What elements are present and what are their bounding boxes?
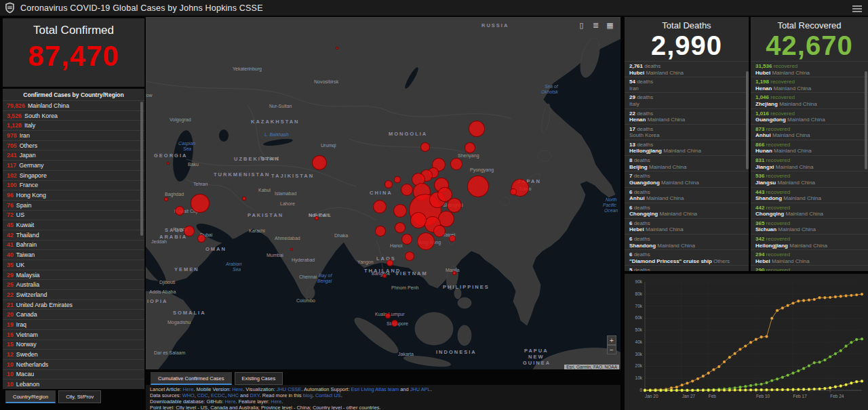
country-row[interactable]: 15Norway xyxy=(3,340,144,350)
footer-link[interactable]: ECDC xyxy=(211,392,225,398)
case-bubble[interactable] xyxy=(465,142,475,153)
case-bubble[interactable] xyxy=(382,274,387,278)
case-bubble[interactable] xyxy=(312,155,327,170)
country-row[interactable]: 3,526South Korea xyxy=(3,110,144,121)
case-bubble[interactable] xyxy=(410,212,427,228)
country-row[interactable]: 10Macau xyxy=(3,369,144,380)
recovered-row[interactable]: 31,536 recoveredHubei Mainland China xyxy=(751,61,868,77)
case-bubble[interactable] xyxy=(449,235,456,242)
case-bubble[interactable] xyxy=(385,313,391,319)
country-row[interactable]: 1,128Italy xyxy=(3,120,144,130)
tab-city-st-prov[interactable]: City, St/Prov xyxy=(58,390,101,403)
basemap-icon[interactable]: ▦ xyxy=(605,20,615,30)
recovered-row[interactable]: 536 recoveredJiangsu Mainland China xyxy=(751,171,868,186)
country-row[interactable]: 20Canada xyxy=(3,309,144,319)
footer-link[interactable]: Here xyxy=(271,398,281,405)
case-bubble[interactable] xyxy=(401,234,412,245)
footer-link[interactable]: Contact US xyxy=(315,392,341,398)
timeline-chart[interactable]: 010k20k30k40k50k60k70k80k90kJan 20Jan 27… xyxy=(625,274,868,410)
case-bubble[interactable] xyxy=(469,121,485,137)
recovered-row[interactable]: 873 recoveredAnhui Mainland China xyxy=(751,124,868,140)
country-row[interactable]: 12Sweden xyxy=(3,349,144,359)
recovered-row[interactable]: 294 recoveredHebei Mainland China xyxy=(751,249,868,265)
death-row[interactable]: 6 deathsChongqing Mainland China xyxy=(625,203,749,218)
tab-country-region[interactable]: Country/Region xyxy=(5,390,56,403)
recovered-row[interactable]: 442 recoveredChongqing Mainland China xyxy=(751,203,868,218)
death-row[interactable]: 8 deathsBeijing Mainland China xyxy=(625,155,749,171)
case-bubble[interactable] xyxy=(191,194,210,213)
case-bubble[interactable] xyxy=(394,176,401,183)
case-bubble[interactable] xyxy=(391,320,398,327)
menu-icon[interactable] xyxy=(852,4,862,14)
case-bubble[interactable] xyxy=(375,226,386,237)
country-row[interactable]: 35UK xyxy=(3,260,144,270)
recovered-row[interactable]: 290 recoveredShanghai Mainland China xyxy=(751,265,868,271)
country-row[interactable]: 102Singapore xyxy=(3,170,144,180)
country-row[interactable]: 25Australia xyxy=(3,279,144,289)
death-row[interactable]: 13 deathsHeilongjiang Mainland China xyxy=(625,140,749,155)
country-list-scrollbar[interactable] xyxy=(140,102,143,236)
case-bubble[interactable] xyxy=(447,198,462,213)
death-row[interactable]: 6 deathsShandong Mainland China xyxy=(625,234,749,249)
recovered-row[interactable]: 1,016 recoveredGuangdong Mainland China xyxy=(751,108,868,124)
recovered-row[interactable]: 831 recoveredJiangxi Mainland China xyxy=(751,155,868,171)
country-row[interactable]: 10Lebanon xyxy=(3,379,144,389)
case-bubble[interactable] xyxy=(373,200,387,213)
zoom-in-button[interactable]: + xyxy=(607,335,616,345)
country-row[interactable]: 29Malaysia xyxy=(3,270,144,280)
country-row[interactable]: 40Taiwan xyxy=(3,249,144,260)
footer-link[interactable]: blog xyxy=(303,392,313,398)
recovered-row[interactable]: 443 recoveredShandong Mainland China xyxy=(751,187,868,203)
death-row[interactable]: 5 deathsJapan xyxy=(625,265,749,271)
country-row[interactable]: 22Switzerland xyxy=(3,289,144,300)
case-bubble[interactable] xyxy=(384,180,393,188)
case-bubble[interactable] xyxy=(452,271,456,275)
footer-link[interactable]: Here xyxy=(232,386,243,392)
country-row[interactable]: 16Vietnam xyxy=(3,329,144,340)
case-bubble[interactable] xyxy=(290,248,293,251)
country-row[interactable]: 10Netherlands xyxy=(3,359,144,369)
footer-link[interactable]: Esri Living Atlas team xyxy=(351,386,399,392)
death-row[interactable]: 7 deathsGuangdong Mainland China xyxy=(625,171,749,186)
death-row[interactable]: 6 deathsAnhui Mainland China xyxy=(625,187,749,203)
case-bubble[interactable] xyxy=(175,206,184,216)
bookmark-icon[interactable]: ▯ xyxy=(576,20,587,30)
tab-cumulative-confirmed-cases[interactable]: Cumulative Confirmed Cases xyxy=(151,372,232,385)
country-row[interactable]: 21United Arab Emirates xyxy=(3,300,144,310)
case-bubble[interactable] xyxy=(467,176,489,197)
country-row[interactable]: 241Japan xyxy=(3,150,144,160)
case-bubble[interactable] xyxy=(197,234,205,243)
country-row[interactable]: 978Iran xyxy=(3,130,144,140)
recovered-row[interactable]: 342 recoveredHeilongjiang Mainland China xyxy=(751,234,868,249)
deaths-scrollbar[interactable] xyxy=(746,71,749,169)
country-row[interactable]: 76Spain xyxy=(3,200,144,210)
footer-link[interactable]: Here xyxy=(225,398,236,405)
case-bubble[interactable] xyxy=(450,158,462,170)
case-bubble[interactable] xyxy=(242,197,246,201)
recovered-row[interactable]: 1,198 recoveredHenan Mainland China xyxy=(751,77,868,92)
footer-link[interactable]: CDC xyxy=(197,392,208,398)
world-map[interactable]: RUSSIAKAZAKHSTANMONGOLIACHINAPAKISTANSAU… xyxy=(146,17,620,369)
case-bubble[interactable] xyxy=(167,162,170,165)
recovered-row[interactable]: 866 recoveredHunan Mainland China xyxy=(751,140,868,155)
footer-link[interactable]: JHU CSSE xyxy=(277,386,302,392)
death-row[interactable]: 22 deathsHenan Mainland China xyxy=(625,108,749,124)
death-row[interactable]: 54 deathsIran xyxy=(625,77,749,92)
zoom-out-button[interactable]: − xyxy=(607,345,616,354)
footer-link[interactable]: Here xyxy=(182,386,193,392)
case-bubble[interactable] xyxy=(401,184,413,196)
death-row[interactable]: 17 deathsSouth Korea xyxy=(625,124,749,140)
country-row[interactable]: 42Thailand xyxy=(3,230,144,240)
legend-icon[interactable]: ≣ xyxy=(591,20,601,30)
death-row[interactable]: 6 deathsHebei Mainland China xyxy=(625,218,749,234)
case-bubble[interactable] xyxy=(393,204,407,218)
recovered-scrollbar[interactable] xyxy=(865,71,867,169)
country-row[interactable]: 96Hong Kong xyxy=(3,190,144,200)
footer-link[interactable]: NHC xyxy=(228,392,239,398)
case-bubble[interactable] xyxy=(315,216,319,220)
recovered-row[interactable]: 365 recoveredSichuan Mainland China xyxy=(751,218,868,234)
recovered-row[interactable]: 1,046 recoveredZhejiang Mainland China xyxy=(751,92,868,108)
country-row[interactable]: 100France xyxy=(3,180,144,190)
case-bubble[interactable] xyxy=(336,47,338,49)
country-row[interactable]: 19Iraq xyxy=(3,319,144,329)
